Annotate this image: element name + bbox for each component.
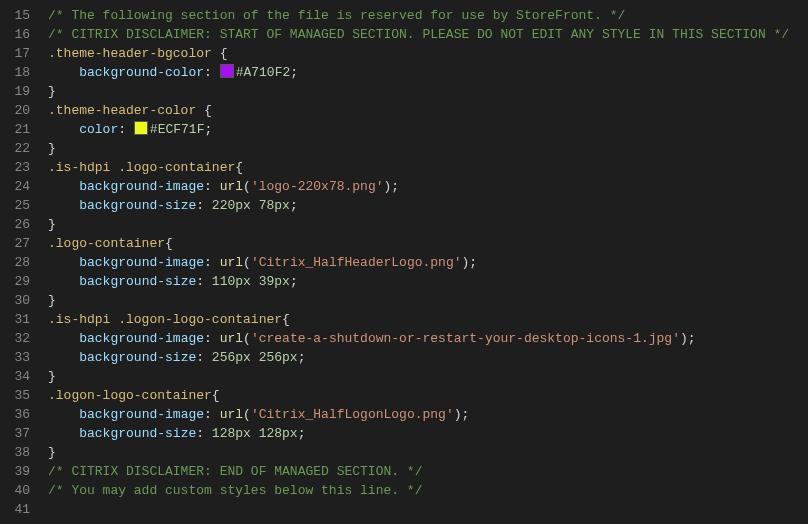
code-line[interactable]: background-size: 110px 39px; <box>48 272 808 291</box>
code-line[interactable]: color: #ECF71F; <box>48 120 808 139</box>
code-line[interactable]: background-size: 256px 256px; <box>48 348 808 367</box>
line-number: 32 <box>0 329 30 348</box>
line-number: 36 <box>0 405 30 424</box>
code-line[interactable]: } <box>48 443 808 462</box>
line-number: 17 <box>0 44 30 63</box>
code-editor[interactable]: 1516171819202122232425262728293031323334… <box>0 0 808 524</box>
code-area[interactable]: /* The following section of the file is … <box>36 0 808 524</box>
code-line[interactable]: background-size: 220px 78px; <box>48 196 808 215</box>
code-line[interactable]: } <box>48 215 808 234</box>
line-number: 16 <box>0 25 30 44</box>
code-line[interactable]: } <box>48 291 808 310</box>
code-line[interactable] <box>48 500 808 519</box>
code-line[interactable]: .is-hdpi .logon-logo-container{ <box>48 310 808 329</box>
line-number: 15 <box>0 6 30 25</box>
code-line[interactable]: } <box>48 367 808 386</box>
line-number: 22 <box>0 139 30 158</box>
code-line[interactable]: background-image: url('logo-220x78.png')… <box>48 177 808 196</box>
code-line[interactable]: background-image: url('Citrix_HalfHeader… <box>48 253 808 272</box>
code-line[interactable]: background-image: url('Citrix_HalfLogonL… <box>48 405 808 424</box>
line-number: 26 <box>0 215 30 234</box>
code-line[interactable]: /* You may add custom styles below this … <box>48 481 808 500</box>
code-line[interactable]: /* CITRIX DISCLAIMER: END OF MANAGED SEC… <box>48 462 808 481</box>
code-line[interactable]: background-size: 128px 128px; <box>48 424 808 443</box>
code-line[interactable]: /* The following section of the file is … <box>48 6 808 25</box>
code-line[interactable]: background-image: url('create-a-shutdown… <box>48 329 808 348</box>
code-line[interactable]: .theme-header-color { <box>48 101 808 120</box>
line-number: 20 <box>0 101 30 120</box>
line-number: 24 <box>0 177 30 196</box>
line-number: 28 <box>0 253 30 272</box>
code-line[interactable]: .logon-logo-container{ <box>48 386 808 405</box>
line-number: 40 <box>0 481 30 500</box>
color-swatch-icon <box>134 121 148 135</box>
line-number: 27 <box>0 234 30 253</box>
code-line[interactable]: .theme-header-bgcolor { <box>48 44 808 63</box>
line-number: 38 <box>0 443 30 462</box>
code-line[interactable]: } <box>48 82 808 101</box>
line-number: 31 <box>0 310 30 329</box>
code-line[interactable]: } <box>48 139 808 158</box>
line-number: 35 <box>0 386 30 405</box>
line-number: 34 <box>0 367 30 386</box>
code-line[interactable]: /* CITRIX DISCLAIMER: START OF MANAGED S… <box>48 25 808 44</box>
code-line[interactable]: .logo-container{ <box>48 234 808 253</box>
line-number-gutter: 1516171819202122232425262728293031323334… <box>0 0 36 524</box>
code-line[interactable]: .is-hdpi .logo-container{ <box>48 158 808 177</box>
line-number: 37 <box>0 424 30 443</box>
color-swatch-icon <box>220 64 234 78</box>
line-number: 39 <box>0 462 30 481</box>
line-number: 21 <box>0 120 30 139</box>
line-number: 29 <box>0 272 30 291</box>
line-number: 30 <box>0 291 30 310</box>
line-number: 19 <box>0 82 30 101</box>
line-number: 23 <box>0 158 30 177</box>
line-number: 33 <box>0 348 30 367</box>
code-line[interactable]: background-color: #A710F2; <box>48 63 808 82</box>
line-number: 18 <box>0 63 30 82</box>
line-number: 41 <box>0 500 30 519</box>
line-number: 25 <box>0 196 30 215</box>
